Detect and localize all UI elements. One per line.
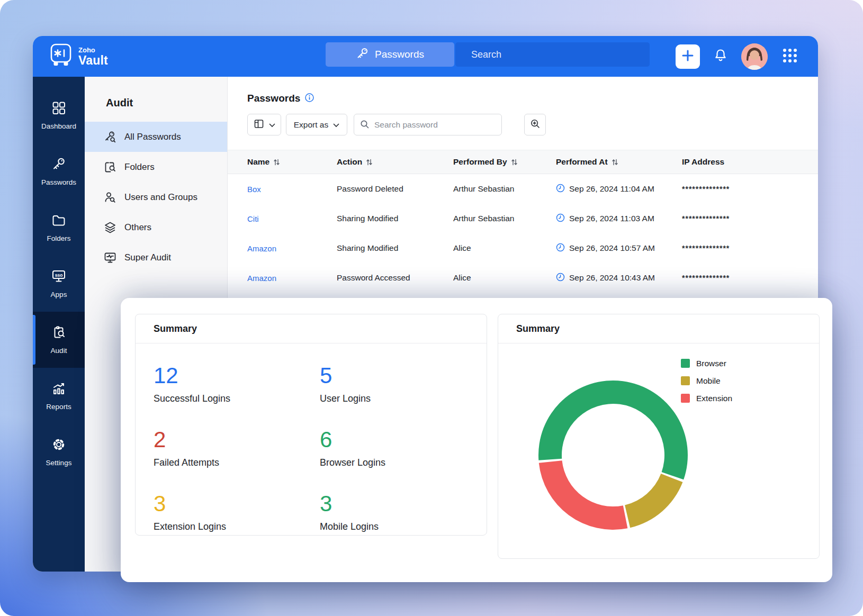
audit-table: Name Action Performed By (228, 150, 818, 293)
key-icon (356, 47, 368, 62)
chevron-down-icon (269, 120, 275, 130)
user-avatar[interactable] (741, 43, 768, 70)
summary-panel-title: Summary (498, 314, 819, 343)
password-name-link[interactable]: Citi (247, 214, 337, 223)
password-name-link[interactable]: Amazon (247, 244, 337, 253)
sidebar-item-reports[interactable]: Reports (33, 368, 85, 424)
stat-successful-logins: 12 Successful Logins (154, 365, 320, 404)
stat-label: Successful Logins (154, 393, 320, 404)
column-header-performed-by[interactable]: Performed By (453, 157, 556, 167)
stat-label: Failed Attempts (154, 457, 320, 468)
stat-label: Browser Logins (320, 457, 487, 468)
key-search-icon (103, 130, 117, 144)
stat-extension-logins: 3 Extension Logins (154, 493, 320, 532)
stat-label: User Logins (320, 393, 487, 404)
user-search-icon (103, 191, 117, 204)
stat-label: Mobile Logins (320, 521, 487, 532)
login-summary-panel: Summary 12 Successful Logins 5 User Logi… (135, 314, 487, 536)
notifications-button[interactable] (713, 48, 728, 65)
login-mode-donut (536, 378, 690, 532)
primary-sidebar: Dashboard Passwords (33, 77, 85, 572)
performed-by-cell: Arthur Sebastian (453, 214, 556, 223)
clock-icon (556, 213, 565, 224)
vault-logo-icon (50, 43, 71, 70)
action-cell: Sharing Modified (337, 214, 453, 223)
apps-grid-icon (781, 47, 799, 66)
stat-value: 5 (320, 365, 487, 387)
global-search-input[interactable] (455, 42, 650, 67)
column-picker-button[interactable] (247, 114, 281, 135)
audit-item-users-groups[interactable]: Users and Groups (85, 182, 227, 212)
performed-by-cell: Arthur Sebastian (453, 184, 556, 194)
ip-address-cell: ************** (682, 214, 818, 223)
column-header-ip-address: IP Address (682, 157, 818, 167)
clock-icon (556, 273, 565, 284)
column-header-name[interactable]: Name (247, 157, 337, 167)
table-row[interactable]: Box Password Deleted Arthur Sebastian Se… (228, 174, 818, 204)
stat-user-logins: 5 User Logins (320, 365, 487, 404)
sidebar-item-passwords[interactable]: Passwords (33, 143, 85, 200)
audit-item-all-passwords[interactable]: All Passwords (85, 122, 227, 152)
nav-pill-label: Passwords (375, 49, 424, 60)
sidebar-item-audit[interactable]: Audit (33, 312, 85, 368)
stat-failed-attempts: 2 Failed Attempts (154, 429, 320, 468)
audit-item-folders[interactable]: Folders (85, 152, 227, 182)
folder-search-icon (103, 160, 117, 174)
info-icon[interactable] (305, 93, 314, 104)
performed-by-cell: Alice (453, 243, 556, 253)
login-stats-grid: 12 Successful Logins 5 User Logins 2 Fai… (136, 343, 487, 532)
stat-browser-logins: 6 Browser Logins (320, 429, 487, 468)
apps-launcher-button[interactable] (781, 47, 799, 66)
page-title: Passwords (247, 93, 300, 104)
desktop-background: Zoho Vault Passwords (0, 0, 863, 616)
svg-text:sso: sso (55, 273, 63, 278)
passwords-nav-pill[interactable]: Passwords (326, 42, 454, 67)
chart-legend: Browser Mobile Extension (681, 359, 732, 411)
audit-panel-title: Audit (85, 77, 227, 122)
action-cell: Sharing Modified (337, 243, 453, 253)
table-row[interactable]: Citi Sharing Modified Arthur Sebastian S… (228, 204, 818, 233)
column-header-performed-at[interactable]: Performed At (556, 157, 682, 167)
folder-icon (51, 213, 66, 230)
add-button[interactable] (676, 44, 700, 69)
clock-icon (556, 243, 565, 254)
advanced-search-button[interactable] (524, 114, 546, 135)
password-search-input[interactable] (354, 114, 502, 135)
table-row[interactable]: Amazon Sharing Modified Alice Sep 26, 20… (228, 233, 818, 263)
sidebar-item-apps[interactable]: sso Apps (33, 256, 85, 312)
audit-item-super-audit[interactable]: Super Audit (85, 242, 227, 273)
bar-chart-arrow-icon (51, 381, 66, 398)
summary-overlay-card: Summary 12 Successful Logins 5 User Logi… (121, 298, 832, 582)
audit-item-others[interactable]: Others (85, 212, 227, 242)
performed-at-cell: Sep 26, 2024 11:03 AM (556, 213, 682, 224)
chevron-down-icon (333, 120, 339, 130)
sidebar-item-settings[interactable]: Settings (33, 424, 85, 480)
action-cell: Password Accessed (337, 273, 453, 283)
performed-at-cell: Sep 26, 2024 10:43 AM (556, 273, 682, 284)
table-row[interactable]: Amazon Password Accessed Alice Sep 26, 2… (228, 263, 818, 293)
action-cell: Password Deleted (337, 184, 453, 194)
bell-icon (713, 48, 728, 65)
export-as-button[interactable]: Export as (286, 114, 347, 135)
stat-mobile-logins: 3 Mobile Logins (320, 493, 487, 532)
sort-icon (511, 159, 517, 166)
sidebar-item-dashboard[interactable]: Dashboard (33, 87, 85, 143)
performed-at-cell: Sep 26, 2024 10:57 AM (556, 243, 682, 254)
sidebar-item-folders[interactable]: Folders (33, 200, 85, 256)
stat-label: Extension Logins (154, 521, 320, 532)
clipboard-search-icon (51, 325, 66, 342)
stat-value: 3 (154, 493, 320, 515)
sort-icon (612, 159, 618, 166)
summary-panel-title: Summary (136, 314, 487, 343)
plus-icon (681, 49, 695, 64)
table-toolbar: Export as (247, 114, 818, 135)
brand[interactable]: Zoho Vault (50, 43, 108, 70)
stat-value: 6 (320, 429, 487, 451)
password-name-link[interactable]: Amazon (247, 274, 337, 283)
columns-icon (254, 119, 264, 131)
column-header-action[interactable]: Action (337, 157, 453, 167)
password-search (354, 114, 502, 135)
performed-by-cell: Alice (453, 273, 556, 283)
clock-icon (556, 184, 565, 195)
password-name-link[interactable]: Box (247, 185, 337, 194)
